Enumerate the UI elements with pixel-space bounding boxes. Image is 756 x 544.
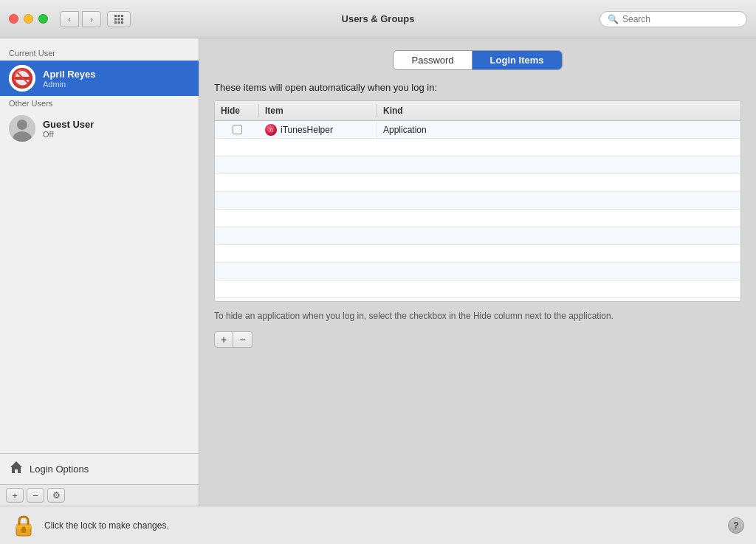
user-role-guest: Off: [43, 130, 94, 139]
empty-row-9: [215, 280, 740, 298]
tabs: Password Login Items: [393, 50, 562, 70]
svg-rect-8: [121, 21, 123, 24]
hint-text: To hide an application when you log in, …: [214, 309, 741, 323]
tab-login-items[interactable]: Login Items: [472, 51, 562, 69]
empty-row-1: [215, 139, 740, 156]
table-row: iTunesHelper Application: [215, 121, 740, 139]
user-item-guest[interactable]: Guest User Off: [0, 111, 199, 146]
svg-rect-4: [118, 18, 120, 20]
maximize-button[interactable]: [38, 14, 48, 24]
user-info-april: April Reyes Admin: [43, 69, 96, 89]
svg-point-20: [22, 526, 26, 530]
forward-button[interactable]: ›: [82, 11, 101, 27]
user-name-april: April Reyes: [43, 69, 96, 80]
nav-buttons: ‹ ›: [60, 11, 101, 27]
remove-item-button[interactable]: −: [233, 331, 252, 348]
svg-rect-5: [121, 18, 123, 20]
row-hide-cell: [215, 123, 259, 136]
login-options-button[interactable]: Login Options: [0, 453, 199, 484]
lock-icon: [13, 514, 34, 537]
house-icon: [9, 460, 24, 478]
row-kind-cell: Application: [377, 123, 740, 137]
svg-point-11: [13, 69, 31, 87]
empty-row-7: [215, 245, 740, 263]
add-remove-buttons: + −: [214, 331, 741, 348]
svg-point-10: [12, 68, 32, 89]
svg-point-9: [9, 65, 35, 92]
window-title: Users & Groups: [342, 13, 415, 24]
svg-marker-16: [10, 461, 22, 473]
svg-rect-3: [114, 18, 117, 20]
user-role-april: Admin: [43, 80, 96, 89]
add-item-button[interactable]: +: [214, 331, 233, 348]
close-button[interactable]: [9, 14, 18, 24]
svg-rect-6: [114, 21, 117, 24]
tab-password[interactable]: Password: [394, 51, 471, 69]
help-button[interactable]: ?: [728, 517, 744, 534]
traffic-lights: [9, 14, 48, 24]
avatar-guest: [9, 115, 35, 142]
avatar-april: [9, 65, 35, 92]
search-icon: 🔍: [608, 14, 619, 24]
sidebar-toolbar: + − ⚙: [0, 484, 199, 506]
user-info-guest: Guest User Off: [43, 119, 94, 139]
login-options-label: Login Options: [30, 464, 89, 475]
other-users-label: Other Users: [0, 96, 199, 111]
svg-point-14: [17, 120, 27, 130]
tabs-container: Password Login Items: [214, 50, 741, 70]
svg-rect-7: [118, 21, 120, 24]
gear-button[interactable]: ⚙: [47, 488, 65, 503]
user-item-april[interactable]: April Reyes Admin: [0, 61, 199, 96]
col-item-header: Item: [259, 104, 377, 117]
empty-row-6: [215, 227, 740, 245]
user-name-guest: Guest User: [43, 119, 94, 130]
titlebar: ‹ › Users & Groups 🔍: [0, 0, 756, 38]
current-user-label: Current User: [0, 46, 199, 61]
main-content: Current User April Reyes Admin Other Use…: [0, 38, 756, 506]
hide-checkbox[interactable]: [233, 125, 242, 134]
table-header: Hide Item Kind: [215, 101, 740, 121]
empty-row-3: [215, 174, 740, 192]
right-panel: Password Login Items These items will op…: [199, 38, 756, 506]
bottom-bar: Click the lock to make changes. ?: [0, 506, 756, 544]
lock-text: Click the lock to make changes.: [44, 520, 719, 531]
search-input[interactable]: [622, 14, 733, 24]
lock-button[interactable]: [12, 514, 35, 537]
empty-row-4: [215, 192, 740, 210]
items-table: Hide Item Kind iTunesHelper Application: [214, 100, 741, 302]
remove-user-button[interactable]: −: [27, 488, 44, 503]
back-button[interactable]: ‹: [60, 11, 79, 27]
add-user-button[interactable]: +: [6, 488, 24, 503]
description-text: These items will open automatically when…: [214, 82, 741, 93]
svg-rect-12: [13, 77, 31, 80]
empty-row-8: [215, 263, 740, 280]
minimize-button[interactable]: [24, 14, 33, 24]
sidebar: Current User April Reyes Admin Other Use…: [0, 38, 199, 506]
grid-button[interactable]: [107, 11, 131, 27]
item-name: iTunesHelper: [281, 125, 333, 135]
search-bar[interactable]: 🔍: [599, 11, 747, 27]
empty-row-5: [215, 210, 740, 227]
svg-rect-0: [114, 15, 117, 17]
row-item-cell: iTunesHelper: [259, 123, 377, 137]
col-hide-header: Hide: [215, 104, 259, 117]
col-kind-header: Kind: [377, 104, 740, 117]
svg-rect-2: [121, 15, 123, 17]
itunes-icon: [265, 124, 277, 136]
empty-rows: [215, 139, 740, 301]
svg-rect-1: [118, 15, 120, 17]
empty-row-2: [215, 156, 740, 174]
